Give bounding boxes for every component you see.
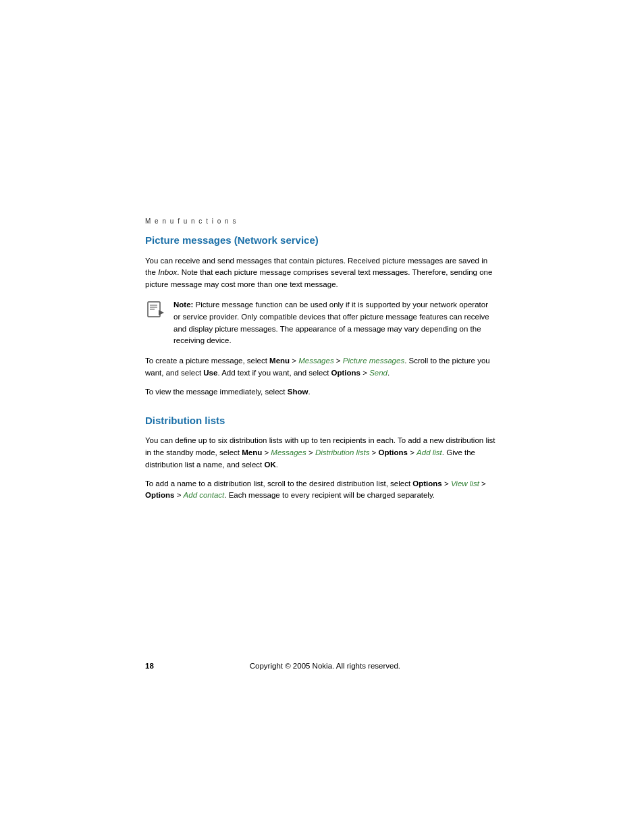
- dl-para1-link3: Add list: [417, 448, 442, 457]
- distribution-lists-para2: To add a name to a distribution list, sc…: [145, 478, 496, 502]
- para3-end: .: [308, 388, 310, 396]
- para2-bold1: Menu: [269, 357, 290, 365]
- para2-link1: Messages: [298, 357, 333, 365]
- dl-para2-link1: View list: [451, 479, 479, 488]
- dl-para2-link2: Add contact: [184, 491, 225, 499]
- dl-para2-gt1: >: [442, 479, 451, 488]
- dl-para1-bold2: Options: [379, 448, 408, 457]
- dl-para2-cont: . Each message to every recipient will b…: [224, 491, 435, 499]
- para3-pre: To view the message immediately, select: [145, 388, 288, 396]
- para1-cont: . Note that each picture message compris…: [145, 268, 492, 288]
- note-box: Note: Picture message function can be us…: [145, 299, 496, 347]
- footer: 18 Copyright © 2005 Nokia. All rights re…: [145, 660, 496, 672]
- dl-para1-gt2: >: [306, 448, 315, 457]
- section-label: M e n u f u n c t i o n s: [145, 216, 496, 226]
- note-content: Note: Picture message function can be us…: [173, 299, 496, 347]
- dl-para2-bold2: Options: [145, 491, 174, 499]
- footer-page-number: 18: [145, 660, 154, 672]
- picture-messages-para1: You can receive and send messages that c…: [145, 255, 496, 291]
- para2-gt2: >: [334, 357, 343, 365]
- para3-bold: Show: [288, 388, 308, 396]
- note-label: Note:: [173, 301, 193, 309]
- dl-para2-bold1: Options: [412, 479, 441, 488]
- dl-para1-end: .: [276, 461, 278, 469]
- para2-gt3: >: [360, 369, 369, 377]
- dl-para1-gt1: >: [262, 448, 271, 457]
- footer-copyright: Copyright © 2005 Nokia. All rights reser…: [154, 660, 496, 672]
- para2-pre: To create a picture message, select: [145, 357, 269, 365]
- dl-para2-gt3: >: [174, 491, 183, 499]
- dl-para1-gt3: >: [369, 448, 378, 457]
- para2-link2: Picture messages: [343, 357, 404, 365]
- dl-para1-gt4: >: [408, 448, 417, 457]
- dl-para1-link1: Messages: [271, 448, 306, 457]
- dl-para1-link2: Distribution lists: [315, 448, 370, 457]
- note-text: Picture message function can be used onl…: [173, 301, 489, 344]
- distribution-lists-section: Distribution lists You can define up to …: [145, 413, 496, 502]
- dl-para1-bold1: Menu: [242, 448, 262, 457]
- para1-italic: Inbox: [158, 268, 177, 276]
- page: M e n u f u n c t i o n s Picture messag…: [0, 0, 644, 834]
- para2-gt1: >: [290, 357, 298, 365]
- para2-bold3: Options: [331, 369, 360, 377]
- para2-link3: Send: [369, 369, 387, 377]
- distribution-lists-para1: You can define up to six distribution li…: [145, 435, 496, 471]
- para2-end: .: [387, 369, 390, 377]
- para2-bold2: Use: [203, 369, 217, 377]
- picture-messages-para3: To view the message immediately, select …: [145, 386, 496, 398]
- picture-messages-para2: To create a picture message, select Menu…: [145, 355, 496, 380]
- picture-messages-heading: Picture messages (Network service): [145, 233, 496, 249]
- dl-para2-pre: To add a name to a distribution list, sc…: [145, 479, 412, 488]
- para2-cont2: . Add text if you want, and select: [217, 369, 331, 377]
- note-icon: [145, 301, 167, 322]
- distribution-lists-heading: Distribution lists: [145, 413, 496, 429]
- svg-marker-4: [159, 310, 164, 315]
- dl-para2-gt2: >: [479, 479, 486, 488]
- dl-para1-bold3: OK: [264, 461, 275, 469]
- content-area: M e n u f u n c t i o n s Picture messag…: [145, 216, 496, 509]
